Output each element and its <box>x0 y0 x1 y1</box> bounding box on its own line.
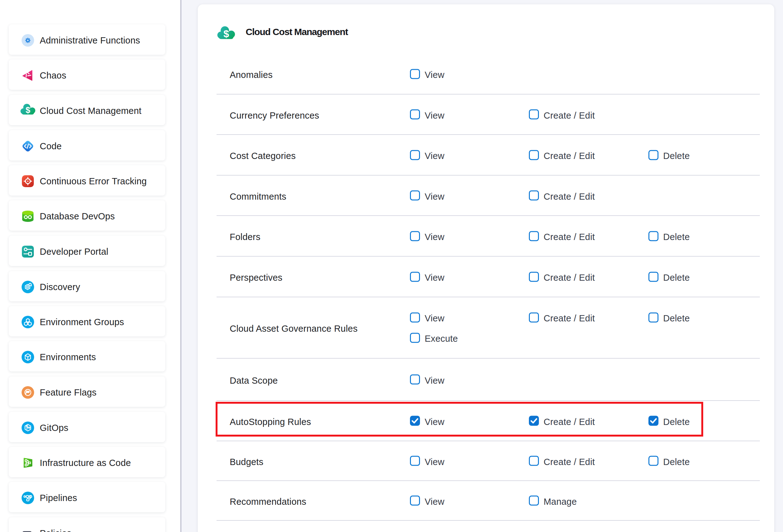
svg-text:$: $ <box>223 28 229 39</box>
svg-text:$: $ <box>26 105 30 115</box>
